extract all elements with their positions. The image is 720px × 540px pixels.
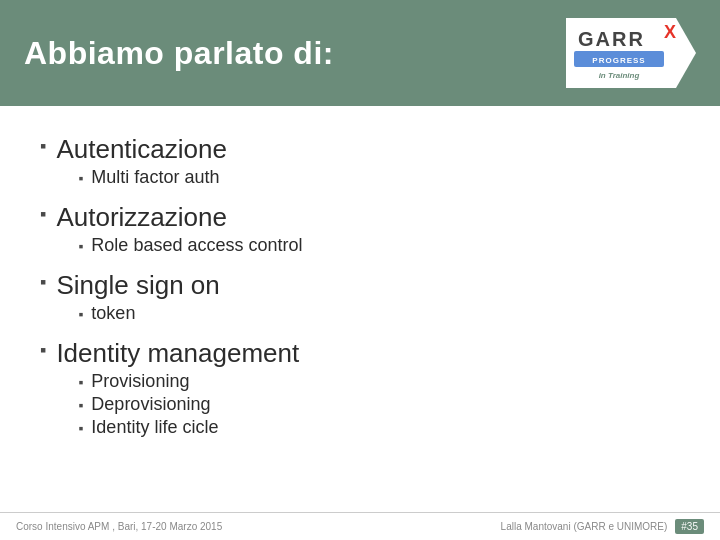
- footer: Corso Intensivo APM , Bari, 17-20 Marzo …: [0, 512, 720, 540]
- sub-bullet-text: Identity life cicle: [91, 417, 218, 438]
- list-item: ▪ Identity life cicle: [78, 417, 299, 438]
- list-item: ▪ Single sign on ▪ token: [40, 270, 680, 330]
- svg-text:PROGRESS: PROGRESS: [592, 56, 645, 65]
- footer-author: Lalla Mantovani (GARR e UNIMORE): [501, 521, 668, 532]
- list-item: ▪ Multi factor auth: [78, 167, 227, 188]
- sub-bullet-text: Multi factor auth: [91, 167, 219, 188]
- sub-bullet-icon: ▪: [78, 170, 83, 186]
- sub-bullet-text: Provisioning: [91, 371, 189, 392]
- svg-text:GARR: GARR: [578, 28, 645, 50]
- footer-right: Lalla Mantovani (GARR e UNIMORE) #35: [501, 519, 704, 534]
- page-title: Abbiamo parlato di:: [24, 35, 334, 72]
- footer-left-text: Corso Intensivo APM , Bari, 17-20 Marzo …: [16, 521, 222, 532]
- list-item: ▪ Autorizzazione ▪ Role based access con…: [40, 202, 680, 262]
- sub-bullet-icon: ▪: [78, 306, 83, 322]
- bullet-text: Autenticazione: [56, 134, 227, 164]
- list-item: ▪ token: [78, 303, 219, 324]
- sub-bullet-list: ▪ Multi factor auth: [78, 167, 227, 188]
- sub-bullet-text: Deprovisioning: [91, 394, 210, 415]
- sub-bullet-list: ▪ token: [78, 303, 219, 324]
- sub-bullet-icon: ▪: [78, 238, 83, 254]
- bullet-icon: ▪: [40, 204, 46, 225]
- garr-logo: GARR X PROGRESS in Training: [566, 18, 696, 88]
- bullet-icon: ▪: [40, 136, 46, 157]
- sub-bullet-icon: ▪: [78, 420, 83, 436]
- sub-bullet-text: Role based access control: [91, 235, 302, 256]
- list-item: ▪ Autenticazione ▪ Multi factor auth: [40, 134, 680, 194]
- svg-text:in Training: in Training: [599, 71, 640, 80]
- svg-text:X: X: [664, 22, 676, 42]
- logo-svg: GARR X PROGRESS in Training: [566, 18, 696, 88]
- list-item: ▪ Provisioning: [78, 371, 299, 392]
- sub-bullet-list: ▪ Provisioning ▪ Deprovisioning ▪ Identi…: [78, 371, 299, 438]
- slide-number: #35: [675, 519, 704, 534]
- sub-bullet-text: token: [91, 303, 135, 324]
- main-bullet-list: ▪ Autenticazione ▪ Multi factor auth ▪ A…: [40, 134, 680, 444]
- bullet-icon: ▪: [40, 340, 46, 361]
- list-item: ▪ Deprovisioning: [78, 394, 299, 415]
- bullet-text: Single sign on: [56, 270, 219, 300]
- list-item: ▪ Role based access control: [78, 235, 302, 256]
- list-item: ▪ Identity management ▪ Provisioning ▪ D…: [40, 338, 680, 444]
- bullet-text: Identity management: [56, 338, 299, 368]
- main-content: ▪ Autenticazione ▪ Multi factor auth ▪ A…: [0, 106, 720, 462]
- sub-bullet-list: ▪ Role based access control: [78, 235, 302, 256]
- bullet-icon: ▪: [40, 272, 46, 293]
- sub-bullet-icon: ▪: [78, 397, 83, 413]
- header: Abbiamo parlato di: GARR X PROGRESS in T…: [0, 0, 720, 106]
- bullet-text: Autorizzazione: [56, 202, 227, 232]
- sub-bullet-icon: ▪: [78, 374, 83, 390]
